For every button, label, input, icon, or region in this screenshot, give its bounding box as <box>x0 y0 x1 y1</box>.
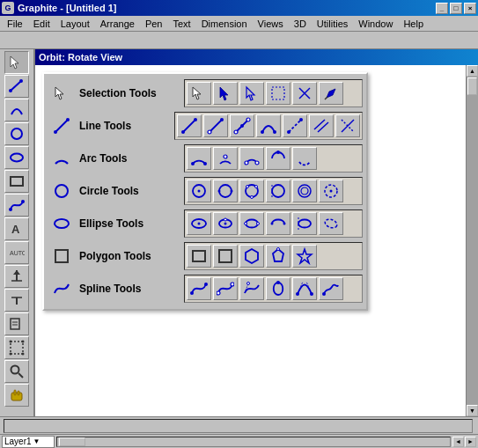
window-controls[interactable]: _ □ × <box>436 3 476 14</box>
h-scroll-arrows[interactable]: ◄ ► <box>452 437 476 447</box>
tool-spline-bezier[interactable] <box>292 277 317 300</box>
maximize-button[interactable]: □ <box>450 3 462 14</box>
tool-line-perpendicular[interactable] <box>335 114 360 137</box>
tool-polygon-irregular[interactable] <box>266 245 290 268</box>
tool-circle[interactable] <box>4 122 29 145</box>
tool-circle-center[interactable] <box>187 180 211 202</box>
svg-point-50 <box>246 118 250 121</box>
svg-point-92 <box>283 223 286 225</box>
tool-line-basic[interactable] <box>177 114 202 137</box>
tool-circle-tangent[interactable] <box>266 180 290 202</box>
tool-spline[interactable] <box>4 194 29 217</box>
tool-circle-ellipse-fit[interactable] <box>319 180 343 202</box>
tool-ellipse-center[interactable] <box>187 212 211 235</box>
tool-ellipse-3point[interactable] <box>239 212 264 235</box>
tool-spline-freeform[interactable] <box>319 277 343 300</box>
menu-arrange[interactable]: Arrange <box>95 18 140 30</box>
menu-file[interactable]: File <box>2 18 28 30</box>
scroll-up-arrow[interactable]: ▲ <box>467 65 478 77</box>
menu-utilities[interactable]: Utilities <box>312 18 353 30</box>
menu-views[interactable]: Views <box>253 18 289 30</box>
tool-auto[interactable]: AUTO <box>4 241 29 264</box>
tool-polygon-rect[interactable] <box>187 245 211 268</box>
menu-3d[interactable]: 3D <box>289 18 312 30</box>
tool-line-dashed[interactable] <box>283 114 307 137</box>
tool-circle-concentric[interactable] <box>292 180 317 202</box>
tool-pointer[interactable] <box>4 51 29 74</box>
tool-box-select[interactable] <box>4 336 29 359</box>
menu-text[interactable]: Text <box>167 18 195 30</box>
svg-rect-19 <box>11 342 23 354</box>
menu-window[interactable]: Window <box>353 18 398 30</box>
tool-line-endpoint[interactable] <box>203 114 228 137</box>
tool-polygon-square[interactable] <box>213 245 238 268</box>
tool-ellipse[interactable] <box>4 146 29 169</box>
tool-spline-basic[interactable] <box>187 277 211 300</box>
svg-point-45 <box>208 130 211 134</box>
layer-selector[interactable]: Layer1 ▼ <box>2 436 55 448</box>
tool-spline-handle[interactable] <box>239 277 264 300</box>
layer-dropdown-arrow[interactable]: ▼ <box>33 437 40 445</box>
tool-rect[interactable] <box>4 170 29 193</box>
tool-arc-3[interactable] <box>239 147 264 170</box>
tool-arc-2[interactable] <box>213 147 238 170</box>
tool-circle-diameter[interactable] <box>213 180 238 202</box>
close-button[interactable]: × <box>464 3 476 14</box>
tool-magnify[interactable] <box>4 360 29 383</box>
tool-polygon-star[interactable] <box>292 245 317 268</box>
menu-dimension[interactable]: Dimension <box>196 18 253 30</box>
tool-arc[interactable] <box>4 99 29 121</box>
scroll-thumb[interactable] <box>467 77 477 95</box>
tool-polygon-hex[interactable] <box>239 245 264 268</box>
tool-select-cross[interactable] <box>292 82 317 105</box>
tool-arrow-down[interactable] <box>4 289 29 312</box>
tool-select-outline[interactable] <box>239 82 264 105</box>
menu-layout[interactable]: Layout <box>55 18 95 30</box>
tool-arc-1[interactable] <box>187 147 211 170</box>
menu-edit[interactable]: Edit <box>28 18 55 30</box>
title-bar: G Graphite - [Untitled 1] _ □ × <box>0 0 478 16</box>
h-scroll-thumb[interactable] <box>59 437 85 446</box>
tool-line-midpoint[interactable] <box>230 114 254 137</box>
h-scroll-left[interactable]: ◄ <box>452 437 464 447</box>
menu-help[interactable]: Help <box>398 18 429 30</box>
tool-ellipse-oblique[interactable] <box>319 212 343 235</box>
tool-line[interactable] <box>4 75 29 98</box>
tool-select-pointer[interactable] <box>187 82 211 105</box>
horizontal-scrollbar[interactable] <box>56 437 451 447</box>
vertical-scrollbar[interactable]: ▲ ▼ <box>466 65 478 416</box>
tool-text[interactable]: A <box>4 217 29 240</box>
tool-arrow-up[interactable] <box>4 265 29 288</box>
polygon-tools-icons <box>184 242 363 270</box>
minimize-button[interactable]: _ <box>436 3 448 14</box>
svg-line-41 <box>183 120 195 132</box>
svg-point-75 <box>251 196 254 199</box>
tool-arc-5[interactable] <box>292 147 317 170</box>
tool-spline-closed[interactable] <box>266 277 290 300</box>
tool-ellipse-arc[interactable] <box>266 212 290 235</box>
tool-text2[interactable] <box>4 312 29 335</box>
tool-select-pen[interactable] <box>319 82 343 105</box>
tool-spline-open[interactable] <box>213 277 238 300</box>
tool-row-arc: Arc Tools <box>48 143 363 174</box>
svg-marker-12 <box>13 270 20 275</box>
tool-select-arrow[interactable] <box>213 82 238 105</box>
tool-circle-3point[interactable] <box>239 180 264 202</box>
scroll-down-arrow[interactable]: ▼ <box>467 405 478 416</box>
tool-pan[interactable] <box>4 384 29 407</box>
tool-line-parallel[interactable] <box>309 114 334 137</box>
svg-point-64 <box>255 161 259 165</box>
svg-point-79 <box>301 187 308 195</box>
tool-arc-4[interactable] <box>266 147 290 170</box>
menu-pen[interactable]: Pen <box>140 18 168 30</box>
svg-point-104 <box>204 283 208 286</box>
tool-ellipse-tangent[interactable] <box>292 212 317 235</box>
svg-point-4 <box>11 129 22 139</box>
svg-marker-36 <box>327 89 335 98</box>
svg-rect-96 <box>55 250 68 262</box>
tool-line-curve[interactable] <box>256 114 281 137</box>
ellipse-tools-icon <box>51 213 72 234</box>
h-scroll-right[interactable]: ► <box>465 437 476 447</box>
tool-select-dotted-box[interactable] <box>266 82 290 105</box>
tool-ellipse-diameter[interactable] <box>213 212 238 235</box>
